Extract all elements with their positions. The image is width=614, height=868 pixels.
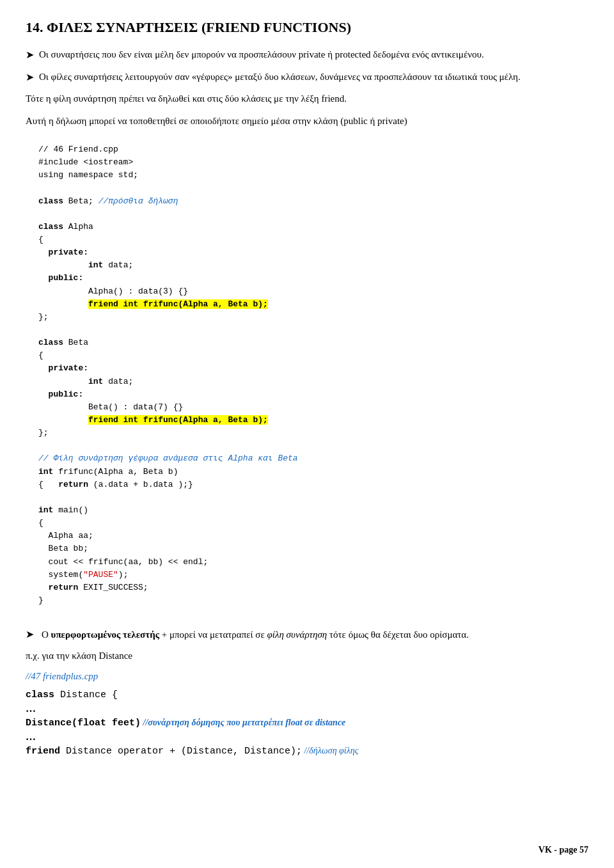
bullet-2: ➤ Οι φίλες συναρτήσεις λειτουργούν σαν «… [26, 70, 588, 84]
code-line-20: int frifunc(Alpha a, Beta b) [38, 466, 588, 478]
code-line-9: Alpha() : data(3) {} [38, 285, 588, 298]
bottom1-mid: + μπορεί να μετατραπεί σε [159, 629, 267, 640]
page-footer: VK - page 57 [539, 845, 588, 855]
code-line-10: friend int frifunc(Alpha a, Beta b); [38, 298, 588, 311]
code-line-2: using namespace std; [38, 169, 588, 182]
bullet-2-text: Οι φίλες συναρτήσεις λειτουργούν σαν «γέ… [39, 70, 521, 84]
arrow-icon-3: ➤ [26, 629, 36, 640]
friend-op-mid: Distance operator + (Distance, Distance)… [60, 746, 302, 757]
sentence-1: Τότε η φίλη συνάρτηση πρέπει να δηλωθεί … [26, 91, 588, 106]
code-line-24: Alpha aa; [38, 530, 588, 542]
code-line-16: public: [38, 388, 588, 401]
code-line-19: }; [38, 427, 588, 439]
page-title: 14. ΦΙΛΕΣ ΣΥΝΑΡΤΗΣΕΙΣ (FRIEND FUNCTIONS) [26, 19, 588, 36]
bottom1-bold: υπερφορτωμένος τελεστής [51, 629, 159, 640]
distance-float-line: Distance(float feet) //συνάρτηση δόμησης… [26, 717, 588, 729]
class-keyword: class [26, 690, 54, 700]
bottom-section: ➤ Ο υπερφορτωμένος τελεστής + μπορεί να … [26, 626, 588, 757]
friend-op-blue: //δήλωση φίλης [302, 746, 358, 755]
distance-float-pre: Distance(float feet) [26, 718, 141, 729]
distance-float-blue: //συνάρτηση δόμησης που μετατρέπει float… [141, 718, 345, 727]
code-line-7: int data; [38, 259, 588, 272]
code-line-15: int data; [38, 375, 588, 388]
code-line-5: { [38, 233, 588, 246]
class-distance-line: class Distance { [26, 689, 588, 700]
code-line-26: cout << frifunc(aa, bb) << endl; [38, 556, 588, 569]
code-line-4: class Alpha [38, 221, 588, 233]
sentence-2: Αυτή η δήλωση μπορεί να τοποθετηθεί σε ο… [26, 114, 588, 129]
bottom-paragraph-1: ➤ Ο υπερφορτωμένος τελεστής + μπορεί να … [26, 626, 588, 643]
friend-keyword: friend [26, 746, 60, 757]
code-line-27: system("PAUSE"); [38, 569, 588, 581]
code-line-17: Beta() : data(7) {} [38, 401, 588, 414]
code-line-29: } [38, 594, 588, 607]
code-line-8: public: [38, 272, 588, 285]
code-block: // 46 Friend.cpp #include <iostream> usi… [26, 136, 588, 615]
code-line-12: class Beta [38, 336, 588, 349]
code-line-28: return EXIT_SUCCESS; [38, 581, 588, 594]
bottom1-post: τότε όμως θα δέχεται δυο ορίσματα. [327, 629, 469, 640]
arrow-icon-1: ➤ [26, 49, 34, 61]
arrow-icon-2: ➤ [26, 71, 34, 83]
bottom-paragraph-3: //47 friendplus.cpp [26, 668, 588, 684]
class-distance-rest: Distance { [54, 690, 118, 700]
code-comment2: // Φίλη συνάρτηση γέφυρα ανάμεσα στις Al… [38, 452, 588, 465]
bullet-1-text: Οι συναρτήσεις που δεν είναι μέλη δεν μπ… [39, 47, 484, 62]
code-line-1: #include <iostream> [38, 156, 588, 169]
comment1-text: // 46 Friend.cpp [38, 145, 118, 154]
friend-operator-line: friend Distance operator + (Distance, Di… [26, 745, 588, 757]
code-line-21: { return (a.data + b.data );} [38, 478, 588, 491]
friendplus-comment: //47 friendplus.cpp [26, 671, 98, 681]
code-line-23: { [38, 517, 588, 530]
bottom-paragraph-2: π.χ. για την κλάση Distance [26, 648, 588, 663]
bottom1-italic: φίλη συνάρτηση [267, 629, 327, 640]
bottom1-pre: Ο [42, 629, 51, 640]
code-include: #include <iostream> [38, 157, 133, 167]
ellipsis-1: … [26, 703, 588, 714]
code-line-11: }; [38, 311, 588, 324]
bullet-1: ➤ Οι συναρτήσεις που δεν είναι μέλη δεν … [26, 47, 588, 62]
code-fwd-comment: //πρόσθια δήλωση [98, 196, 178, 206]
ellipsis-2: … [26, 731, 588, 743]
code-line-14: private: [38, 362, 588, 375]
code-line-13: { [38, 349, 588, 362]
code-line-6: private: [38, 246, 588, 259]
code-line-3: class Beta; //πρόσθια δήλωση [38, 195, 588, 208]
code-line-25: Beta bb; [38, 542, 588, 555]
code-class-beta-fwd: class Beta; [38, 196, 93, 206]
code-line-18: friend int frifunc(Alpha a, Beta b); [38, 414, 588, 427]
code-line-comment1: // 46 Friend.cpp [38, 143, 588, 156]
code-line-22: int main() [38, 504, 588, 517]
code-using: using namespace std; [38, 170, 138, 180]
